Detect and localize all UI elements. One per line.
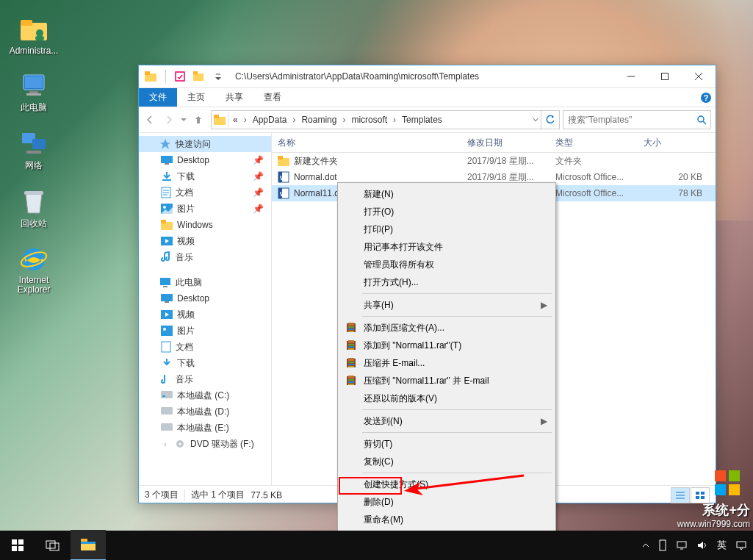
column-name[interactable]: 名称 [272, 137, 467, 149]
file-type-cell: Microsoft Office... [555, 172, 644, 182]
expand-icon[interactable]: › [161, 440, 170, 448]
history-dropdown-icon[interactable] [179, 110, 189, 129]
breadcrumb-segment[interactable]: Roaming [297, 115, 341, 125]
desktop-icon-label: Administra... [10, 46, 59, 56]
task-view-button[interactable] [35, 531, 71, 560]
tray-network-icon[interactable] [676, 540, 688, 550]
desktop-icon-label: 此电脑 [21, 101, 47, 114]
sidebar-item[interactable]: Windows [139, 217, 271, 233]
menu-item[interactable]: 打开方式(H)... [340, 273, 553, 291]
menu-item[interactable]: 新建(N) [340, 185, 553, 203]
desktop-icon-this-pc[interactable]: 此电脑 [6, 71, 62, 114]
column-headers[interactable]: 名称 修改日期 类型 大小 [272, 133, 716, 153]
menu-item[interactable]: 剪切(T) [340, 435, 553, 453]
sidebar-item[interactable]: ›DVD 驱动器 (F:) [139, 436, 271, 452]
sidebar-item[interactable]: 音乐 [139, 249, 271, 265]
menu-item[interactable]: 重命名(M) [340, 511, 553, 528]
desktop-icon-administrator[interactable]: Administra... [6, 15, 62, 56]
sidebar-item[interactable]: Desktop📌 [139, 152, 271, 168]
sidebar-item[interactable]: 图片 [139, 323, 271, 339]
menu-item[interactable]: 删除(D) [340, 493, 553, 511]
breadcrumb-segment[interactable]: « [228, 115, 242, 125]
help-icon[interactable]: ? [696, 89, 716, 107]
column-date[interactable]: 修改日期 [467, 137, 555, 149]
back-button[interactable] [140, 110, 159, 129]
menu-item[interactable]: 发送到(N)▶ [340, 412, 553, 430]
desktop-icon-ie[interactable]: Internet Explorer [6, 245, 62, 295]
tab-share[interactable]: 共享 [215, 88, 253, 107]
svg-rect-78 [348, 384, 354, 385]
sidebar-item[interactable]: 视频 [139, 233, 271, 249]
minimize-button[interactable] [614, 65, 648, 87]
column-type[interactable]: 类型 [555, 137, 644, 149]
search-box[interactable] [563, 110, 711, 129]
breadcrumb-segment[interactable]: Templates [397, 115, 447, 125]
chevron-right-icon[interactable]: › [242, 115, 248, 125]
refresh-button[interactable] [541, 111, 559, 129]
sidebar-item[interactable]: 本地磁盘 (E:) [139, 420, 271, 436]
chevron-right-icon[interactable]: › [341, 115, 347, 125]
breadcrumb-segment[interactable]: microsoft [347, 115, 392, 125]
qat-dropdown-icon[interactable] [210, 68, 226, 85]
tray-device-icon[interactable] [658, 539, 667, 551]
sidebar-item[interactable]: 下载 [139, 355, 271, 371]
desktop-icon-recycle-bin[interactable]: 回收站 [6, 187, 62, 230]
svg-rect-18 [193, 71, 198, 74]
tab-home[interactable]: 主页 [177, 88, 215, 107]
sidebar-item[interactable]: 文档 [139, 339, 271, 355]
search-icon[interactable] [693, 115, 710, 125]
menu-item[interactable]: 打开(O) [340, 203, 553, 220]
tray-volume-icon[interactable] [696, 540, 708, 550]
sidebar-quick-access[interactable]: 快速访问 [139, 136, 271, 152]
sidebar-item[interactable]: Desktop [139, 290, 271, 306]
nav-pane[interactable]: 快速访问 Desktop📌 下载📌 文档📌 图片📌 Windows 视频 音乐 … [139, 133, 272, 485]
chevron-right-icon[interactable]: › [291, 115, 297, 125]
chevron-down-icon[interactable] [530, 116, 541, 123]
menu-item[interactable]: 创建快捷方式(S) [340, 475, 553, 493]
up-button[interactable] [189, 110, 208, 129]
properties-icon[interactable] [172, 68, 188, 85]
desktop-icon-network[interactable]: 网络 [6, 129, 62, 172]
tray-chevron-icon[interactable] [642, 542, 649, 549]
menu-item[interactable]: 压缩到 "Normal11.rar" 并 E-mail [340, 372, 553, 390]
file-row[interactable]: 新建文件夹2017/9/18 星期...文件夹 [272, 153, 716, 169]
menu-item[interactable]: 添加到压缩文件(A)... [340, 319, 553, 337]
menu-item[interactable]: 添加到 "Normal11.rar"(T) [340, 337, 553, 354]
sidebar-item[interactable]: 下载📌 [139, 168, 271, 184]
maximize-button[interactable] [648, 65, 682, 87]
titlebar[interactable]: C:\Users\Administrator\AppData\Roaming\m… [139, 65, 716, 88]
ie-icon [19, 245, 48, 274]
column-size[interactable]: 大小 [644, 137, 702, 149]
menu-item[interactable]: 用记事本打开该文件 [340, 238, 553, 256]
tray-ime[interactable]: 英 [717, 539, 727, 552]
breadcrumb-segment[interactable]: AppData [248, 115, 292, 125]
sidebar-item[interactable]: 文档📌 [139, 184, 271, 201]
tab-view[interactable]: 查看 [253, 88, 292, 107]
menu-item[interactable]: 打印(P) [340, 220, 553, 238]
sidebar-this-pc[interactable]: 此电脑 [139, 274, 271, 290]
sidebar-item[interactable]: 音乐 [139, 371, 271, 387]
menu-item[interactable]: 还原以前的版本(V) [340, 390, 553, 407]
taskbar[interactable]: 英 [0, 531, 753, 560]
tray-notifications-icon[interactable] [735, 540, 747, 550]
new-folder-icon[interactable] [191, 68, 207, 85]
sidebar-item[interactable]: 本地磁盘 (C:) [139, 387, 271, 403]
sidebar-item[interactable]: 视频 [139, 306, 271, 323]
breadcrumb[interactable]: «› AppData› Roaming› microsoft› Template… [211, 110, 560, 129]
menu-item[interactable]: 复制(C) [340, 453, 553, 470]
start-button[interactable] [0, 531, 35, 560]
desktop-icon [161, 156, 173, 165]
taskbar-explorer[interactable] [71, 530, 106, 560]
menu-item[interactable]: 管理员取得所有权 [340, 256, 553, 273]
chevron-right-icon[interactable]: › [392, 115, 397, 125]
sidebar-item[interactable]: 本地磁盘 (D:) [139, 403, 271, 420]
forward-button[interactable] [159, 110, 179, 129]
sidebar-item[interactable]: 图片📌 [139, 201, 271, 217]
tab-file[interactable]: 文件 [139, 88, 177, 107]
close-button[interactable] [682, 65, 716, 87]
svg-rect-60 [348, 323, 354, 326]
svg-rect-57 [696, 496, 699, 499]
search-input[interactable] [563, 115, 693, 125]
menu-item[interactable]: 共享(H)▶ [340, 296, 553, 314]
menu-item[interactable]: 压缩并 E-mail... [340, 354, 553, 372]
